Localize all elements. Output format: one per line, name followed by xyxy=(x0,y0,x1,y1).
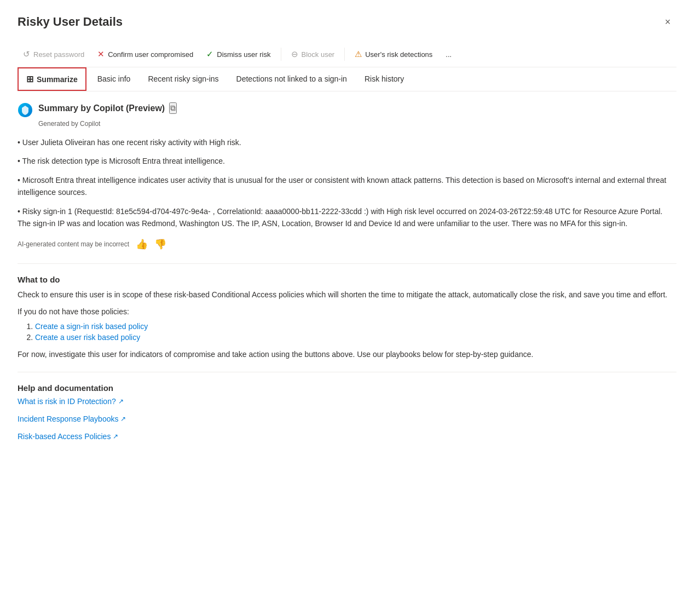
reset-password-button[interactable]: ↺ Reset password xyxy=(18,46,90,62)
list-item-1: Create a sign-in risk based policy xyxy=(35,322,676,331)
reset-password-icon: ↺ xyxy=(23,49,30,59)
external-link-icon-2: ↗ xyxy=(120,415,126,423)
help-title: Help and documentation xyxy=(18,383,676,393)
generated-label: Generated by Copilot xyxy=(38,120,676,128)
policy-links-list: Create a sign-in risk based policy Creat… xyxy=(35,322,676,342)
what-to-do-title: What to do xyxy=(18,275,676,284)
confirm-compromised-icon: ✕ xyxy=(97,49,105,59)
what-to-do-text1: Check to ensure this user is in scope of… xyxy=(18,289,676,301)
panel-header: Risky User Details × xyxy=(18,13,676,31)
block-user-button[interactable]: ⊖ Block user xyxy=(286,46,340,62)
risk-detections-icon: ⚠ xyxy=(355,49,362,59)
summary-bullet-4: • Risky sign-in 1 (RequestId: 81e5c594-d… xyxy=(18,205,676,230)
tab-detections[interactable]: Detections not linked to a sign-in xyxy=(228,68,356,91)
what-to-do-text3: For now, investigate this user for indic… xyxy=(18,348,676,360)
thumbs-up-button[interactable]: 👍 xyxy=(136,238,148,250)
dismiss-risk-button[interactable]: ✓ Dismiss user risk xyxy=(201,46,276,62)
copilot-header: Summary by Copilot (Preview) ⧉ xyxy=(18,102,676,118)
list-item-2: Create a user risk based policy xyxy=(35,333,676,342)
toolbar-separator-1 xyxy=(281,48,281,61)
what-is-risk-link[interactable]: What is risk in ID Protection? ↗ xyxy=(18,397,676,406)
close-button[interactable]: × xyxy=(659,13,676,31)
summarize-tab-icon: ⊞ xyxy=(26,74,33,84)
copilot-section: Summary by Copilot (Preview) ⧉ Generated… xyxy=(18,102,676,128)
tab-summarize[interactable]: ⊞ Summarize xyxy=(18,67,86,91)
incident-response-link[interactable]: Incident Response Playbooks ↗ xyxy=(18,414,676,423)
external-link-icon-1: ↗ xyxy=(118,398,124,405)
create-user-risk-policy-link[interactable]: Create a user risk based policy xyxy=(35,333,140,342)
toolbar: ↺ Reset password ✕ Confirm user compromi… xyxy=(18,42,676,67)
tab-basic-info[interactable]: Basic info xyxy=(89,68,140,91)
risk-access-policies-link[interactable]: Risk-based Access Policies ↗ xyxy=(18,432,676,441)
summary-content: • User Julieta Oliveiran has one recent … xyxy=(18,136,676,229)
block-user-icon: ⊖ xyxy=(291,49,298,59)
confirm-compromised-button[interactable]: ✕ Confirm user compromised xyxy=(92,46,199,62)
tab-risk-history[interactable]: Risk history xyxy=(356,68,413,91)
summary-bullet-3: • Microsoft Entra threat intelligence in… xyxy=(18,174,676,199)
copy-button[interactable]: ⧉ xyxy=(169,102,177,114)
create-sign-in-policy-link[interactable]: Create a sign-in risk based policy xyxy=(35,322,148,331)
risky-user-details-panel: Risky User Details × ↺ Reset password ✕ … xyxy=(0,0,694,616)
what-to-do-section: What to do Check to ensure this user is … xyxy=(18,275,676,360)
panel-title: Risky User Details xyxy=(18,15,123,29)
risk-detections-button[interactable]: ⚠ User's risk detections xyxy=(349,46,438,62)
more-options-button[interactable]: ... xyxy=(440,47,457,62)
tab-recent-sign-ins[interactable]: Recent risky sign-ins xyxy=(139,68,227,91)
help-section: Help and documentation What is risk in I… xyxy=(18,383,676,441)
summary-bullet-2: • The risk detection type is Microsoft E… xyxy=(18,155,676,167)
summary-bullet-1: • User Julieta Oliveiran has one recent … xyxy=(18,136,676,148)
feedback-row: AI-generated content may be incorrect 👍 … xyxy=(18,238,676,250)
dismiss-risk-icon: ✓ xyxy=(206,49,213,59)
copilot-title: Summary by Copilot (Preview) ⧉ xyxy=(38,102,177,114)
external-link-icon-3: ↗ xyxy=(113,433,118,440)
copilot-icon xyxy=(18,102,33,118)
section-divider-2 xyxy=(18,372,676,372)
tabs-bar: ⊞ Summarize Basic info Recent risky sign… xyxy=(18,67,676,91)
toolbar-separator-2 xyxy=(344,48,345,61)
section-divider-1 xyxy=(18,263,676,264)
what-to-do-text2: If you do not have those policies: xyxy=(18,306,676,318)
thumbs-down-button[interactable]: 👎 xyxy=(154,238,166,250)
